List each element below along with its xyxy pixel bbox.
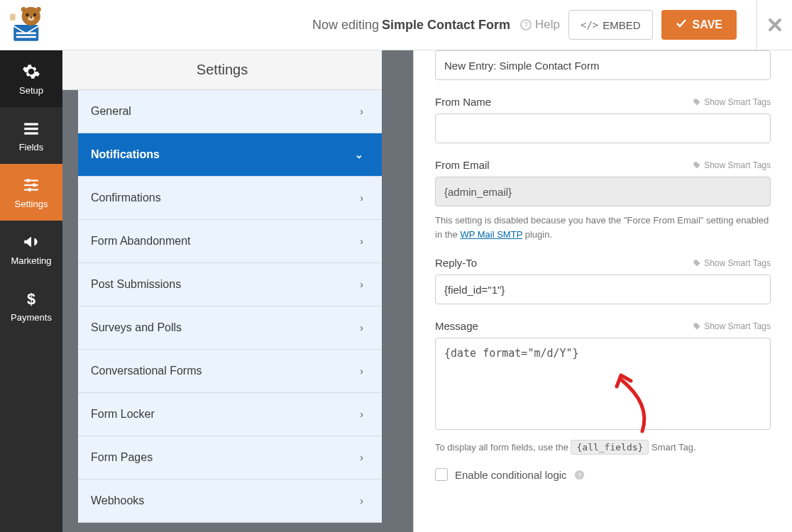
from-name-input[interactable] <box>435 113 771 143</box>
settings-item-form-pages[interactable]: Form Pages › <box>78 436 382 480</box>
tag-icon <box>693 98 701 106</box>
smart-tags-label: Show Smart Tags <box>704 321 771 331</box>
bullhorn-icon <box>22 233 40 251</box>
entry-name-input[interactable] <box>435 50 771 80</box>
entry-name-group <box>435 50 771 80</box>
all-fields-chip: {all_fields} <box>571 440 649 455</box>
svg-rect-15 <box>24 132 38 134</box>
settings-item-form-abandonment[interactable]: Form Abandonment › <box>78 220 382 263</box>
tag-icon <box>693 259 701 267</box>
smart-tags-label: Show Smart Tags <box>704 97 771 107</box>
editing-prefix: Now editing <box>312 18 379 33</box>
svg-point-8 <box>21 7 26 12</box>
nav-fields-label: Fields <box>19 142 44 153</box>
smart-tags-toggle[interactable]: Show Smart Tags <box>693 258 771 268</box>
from-email-label: From Email <box>435 159 490 171</box>
svg-rect-13 <box>24 123 38 125</box>
svg-point-7 <box>30 16 32 18</box>
help-icon: ? <box>520 19 532 31</box>
reply-to-label: Reply-To <box>435 257 477 269</box>
list-icon <box>22 119 40 138</box>
note-text: Smart Tag. <box>651 442 696 453</box>
message-textarea[interactable] <box>435 338 771 430</box>
nav-marketing[interactable]: Marketing <box>0 221 62 277</box>
from-email-note: This setting is disabled because you hav… <box>435 214 771 241</box>
settings-item-label: Form Abandonment <box>91 235 191 248</box>
svg-point-21 <box>28 188 31 192</box>
settings-item-label: Form Pages <box>91 451 153 464</box>
help-label: Help <box>535 18 560 32</box>
from-email-group: From Email Show Smart Tags This setting … <box>435 159 771 241</box>
from-name-group: From Name Show Smart Tags <box>435 96 771 143</box>
svg-point-4 <box>26 13 28 16</box>
wp-mail-smtp-link[interactable]: WP Mail SMTP <box>460 229 522 240</box>
smart-tags-label: Show Smart Tags <box>704 258 771 268</box>
svg-rect-2 <box>16 36 36 38</box>
settings-item-webhooks[interactable]: Webhooks › <box>78 480 382 523</box>
embed-button[interactable]: </> EMBED <box>568 10 653 40</box>
nav-spacer <box>0 334 62 532</box>
smart-tags-toggle[interactable]: Show Smart Tags <box>693 160 771 170</box>
nav-payments[interactable]: $ Payments <box>0 277 62 334</box>
help-icon[interactable]: ? <box>574 470 585 480</box>
svg-point-19 <box>26 179 30 182</box>
settings-item-notifications[interactable]: Notifications ⌄ <box>78 133 382 177</box>
settings-item-surveys-polls[interactable]: Surveys and Polls › <box>78 306 382 350</box>
conditional-logic-checkbox[interactable] <box>435 468 448 481</box>
app-logo <box>0 0 60 50</box>
chevron-right-icon: › <box>360 235 363 247</box>
from-email-input <box>435 177 771 206</box>
smart-tags-label: Show Smart Tags <box>704 160 771 170</box>
nav-setup-label: Setup <box>19 85 43 96</box>
svg-point-9 <box>36 7 41 12</box>
smart-tags-toggle[interactable]: Show Smart Tags <box>693 321 771 331</box>
close-icon <box>768 18 782 32</box>
nav-settings[interactable]: Settings <box>0 164 62 221</box>
settings-item-general[interactable]: General › <box>78 90 382 133</box>
svg-rect-14 <box>24 127 38 129</box>
settings-item-label: General <box>91 105 131 118</box>
settings-item-label: Conversational Forms <box>91 365 202 377</box>
smart-tags-toggle[interactable]: Show Smart Tags <box>693 97 771 107</box>
note-text: plugin. <box>522 229 552 240</box>
note-text: To display all form fields, use the <box>435 442 571 453</box>
settings-item-label: Post Submissions <box>91 278 181 291</box>
chevron-right-icon: › <box>360 192 363 204</box>
form-name: Simple Contact Form <box>382 18 510 33</box>
settings-item-label: Surveys and Polls <box>91 321 182 334</box>
nav-payments-label: Payments <box>11 312 52 323</box>
message-label: Message <box>435 320 478 332</box>
reply-to-group: Reply-To Show Smart Tags <box>435 257 771 304</box>
settings-item-post-submissions[interactable]: Post Submissions › <box>78 263 382 306</box>
conditional-logic-row: Enable conditional logic ? <box>435 468 771 481</box>
save-label: SAVE <box>693 18 722 31</box>
settings-item-confirmations[interactable]: Confirmations › <box>78 177 382 220</box>
sliders-icon <box>22 176 40 194</box>
help-link[interactable]: ? Help <box>520 18 560 32</box>
settings-item-form-locker[interactable]: Form Locker › <box>78 393 382 436</box>
chevron-right-icon: › <box>360 322 363 333</box>
nav-settings-label: Settings <box>15 199 48 209</box>
svg-text:$: $ <box>27 289 35 307</box>
builder-nav: Setup Fields Settings Marketing $ Paymen… <box>0 50 62 532</box>
conditional-logic-label: Enable conditional logic <box>455 469 567 481</box>
tag-icon <box>693 322 701 331</box>
settings-item-label: Notifications <box>91 148 160 161</box>
settings-item-conversational[interactable]: Conversational Forms › <box>78 350 382 393</box>
chevron-right-icon: › <box>360 365 363 377</box>
settings-list: General › Notifications ⌄ Confirmations … <box>78 90 382 523</box>
settings-item-label: Confirmations <box>91 192 161 204</box>
svg-point-20 <box>33 183 36 187</box>
nav-fields[interactable]: Fields <box>0 107 62 164</box>
panel-gutter <box>382 50 413 532</box>
nav-marketing-label: Marketing <box>11 255 51 266</box>
chevron-right-icon: › <box>360 452 363 463</box>
tag-icon <box>693 161 701 170</box>
notification-form-pane: From Name Show Smart Tags From Email Sho… <box>413 50 792 532</box>
save-button[interactable]: SAVE <box>661 10 737 40</box>
reply-to-input[interactable] <box>435 275 771 304</box>
nav-setup[interactable]: Setup <box>0 50 62 107</box>
chevron-right-icon: › <box>360 106 363 117</box>
close-button[interactable] <box>757 0 792 50</box>
settings-item-label: Webhooks <box>91 494 144 507</box>
